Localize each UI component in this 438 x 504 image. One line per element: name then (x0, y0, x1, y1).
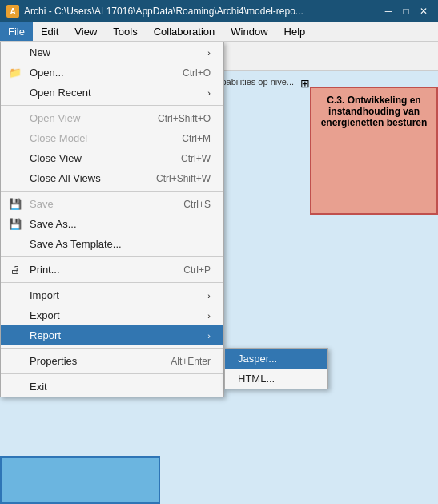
diagram-icon: ⊞ (300, 77, 310, 90)
file-menu-dropdown: New › 📁 Open... Ctrl+O Open Recent › Ope… (0, 42, 224, 397)
menu-edit[interactable]: Edit (33, 22, 66, 41)
separator-1 (1, 105, 223, 106)
minimize-button[interactable]: ─ (380, 4, 396, 18)
menu-file[interactable]: File (0, 22, 33, 41)
report-submenu: Jasper... HTML... (224, 348, 328, 389)
export-arrow: › (207, 311, 211, 321)
submenu-item-html[interactable]: HTML... (225, 369, 327, 389)
open-shortcut: Ctrl+O (159, 67, 211, 79)
import-label: Import (30, 289, 59, 301)
save-as-icon: 💾 (7, 218, 23, 230)
capability-card: C.3. Ontwikkeling en instandhouding van … (310, 87, 438, 215)
close-all-label: Close All Views (30, 172, 101, 184)
title-bar: A Archi - C:\Users\AL17016\AppData\Roami… (0, 0, 438, 22)
menu-help[interactable]: Help (276, 22, 314, 41)
open-icon: 📁 (7, 67, 23, 79)
separator-2 (1, 191, 223, 192)
submenu-item-jasper[interactable]: Jasper... (225, 349, 327, 369)
properties-shortcut: Alt+Enter (147, 356, 211, 367)
close-view-label: Close View (30, 152, 82, 164)
menu-bar: File Edit View Tools Collaboration Windo… (0, 22, 438, 42)
app-icon: A (6, 5, 19, 18)
save-label: Save (30, 198, 54, 210)
new-arrow: › (207, 48, 211, 58)
save-shortcut: Ctrl+S (159, 199, 211, 210)
close-view-shortcut: Ctrl+W (157, 153, 211, 164)
menu-window[interactable]: Window (223, 22, 275, 41)
close-all-shortcut: Ctrl+Shift+W (132, 173, 211, 184)
open-view-label: Open View (30, 112, 80, 124)
menu-view[interactable]: View (66, 22, 105, 41)
menu-item-open-recent[interactable]: Open Recent › (1, 83, 223, 103)
jasper-label: Jasper... (238, 353, 277, 365)
separator-3 (1, 256, 223, 257)
menu-item-properties[interactable]: Properties Alt+Enter (1, 351, 223, 371)
menu-item-exit[interactable]: Exit (1, 377, 223, 397)
close-button[interactable]: ✕ (416, 4, 432, 18)
print-label: Print... (30, 264, 60, 276)
menu-tools[interactable]: Tools (105, 22, 145, 41)
main-area: ⚙ ℹ 📋 📄 🏠 🗑 SN: Capabilities op nive... … (0, 42, 438, 504)
menu-item-save-template[interactable]: Save As Template... (1, 234, 223, 254)
open-view-shortcut: Ctrl+Shift+O (134, 113, 211, 124)
report-arrow: › (207, 331, 211, 341)
open-label: Open... (30, 67, 64, 79)
separator-4 (1, 282, 223, 283)
close-model-label: Close Model (30, 132, 87, 144)
menu-item-print[interactable]: 🖨 Print... Ctrl+P (1, 260, 223, 280)
save-icon: 💾 (7, 198, 23, 210)
open-recent-arrow: › (207, 88, 211, 98)
save-as-label: Save As... (30, 218, 77, 230)
menu-item-close-all[interactable]: Close All Views Ctrl+Shift+W (1, 168, 223, 188)
open-recent-label: Open Recent (30, 87, 91, 99)
menu-item-export[interactable]: Export › (1, 305, 223, 325)
save-template-label: Save As Template... (30, 238, 122, 250)
menu-item-report[interactable]: Report › (1, 325, 223, 345)
menu-item-open[interactable]: 📁 Open... Ctrl+O (1, 62, 223, 83)
title-bar-text: Archi - C:\Users\AL17016\AppData\Roaming… (24, 6, 376, 17)
blue-card (0, 456, 160, 504)
maximize-button[interactable]: □ (398, 4, 414, 18)
close-model-shortcut: Ctrl+M (158, 133, 211, 144)
menu-item-open-view: Open View Ctrl+Shift+O (1, 108, 223, 128)
export-label: Export (30, 309, 60, 321)
menu-item-save: 💾 Save Ctrl+S (1, 194, 223, 214)
new-label: New (30, 46, 50, 58)
report-label: Report (30, 329, 61, 341)
title-bar-controls: ─ □ ✕ (380, 4, 432, 18)
separator-6 (1, 373, 223, 374)
import-arrow: › (207, 291, 211, 300)
menu-item-save-as[interactable]: 💾 Save As... (1, 214, 223, 234)
print-icon: 🖨 (7, 264, 23, 276)
menu-item-new[interactable]: New › (1, 42, 223, 62)
exit-label: Exit (30, 381, 47, 393)
html-label: HTML... (238, 373, 275, 385)
separator-5 (1, 348, 223, 349)
menu-item-close-view[interactable]: Close View Ctrl+W (1, 148, 223, 168)
menu-collaboration[interactable]: Collaboration (146, 22, 223, 41)
print-shortcut: Ctrl+P (159, 264, 211, 276)
capability-card-text: C.3. Ontwikkeling en instandhouding van … (321, 95, 428, 128)
properties-label: Properties (30, 355, 77, 367)
menu-item-close-model: Close Model Ctrl+M (1, 128, 223, 148)
menu-item-import[interactable]: Import › (1, 285, 223, 305)
